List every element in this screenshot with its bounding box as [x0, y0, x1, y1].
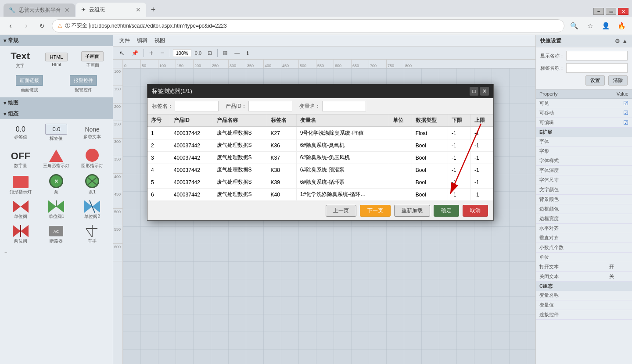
unit-valve1-component[interactable]: 单位阀1: [40, 199, 74, 221]
none-icon: None: [85, 126, 99, 133]
rect-component[interactable]: 矩形指示灯: [4, 174, 38, 197]
window-close[interactable]: ✕: [618, 8, 628, 15]
lock-icon: ⚠: [57, 23, 62, 29]
tab-active[interactable]: ✈ 云组态 ✕: [76, 3, 146, 17]
add-tool[interactable]: +: [147, 48, 156, 58]
next-page-btn[interactable]: 下一页: [360, 205, 391, 217]
col-variable-name: 变量名: [296, 114, 389, 127]
pump1-icon: [85, 174, 99, 188]
subface-btn[interactable]: 子画面: [81, 51, 104, 61]
table-row[interactable]: 6 400037442 废气处理数据S K40 1#化学洗涤除臭系统-循环… B…: [147, 189, 493, 201]
url-bar[interactable]: ⚠ ① 不安全 | iot.idosp.net/html/scada/edito…: [52, 19, 564, 32]
table-row[interactable]: 2 400037442 废气处理数据S K36 6#除臭系统-臭氧机 Bool …: [147, 139, 493, 152]
filter-variable-input[interactable]: [322, 101, 366, 111]
circle-component[interactable]: 圆形指示灯: [75, 147, 109, 171]
table-row[interactable]: 5 400037442 废气处理数据S K39 6#除臭系统-循环泵 Bool …: [147, 176, 493, 189]
tab2-close[interactable]: ✕: [136, 6, 141, 13]
text-component[interactable]: Text 文字: [4, 49, 37, 71]
face-link-btn[interactable]: 画面链接: [16, 75, 43, 86]
confirm-btn[interactable]: 确定: [434, 205, 459, 217]
section-normal-label: 常规: [8, 37, 18, 44]
modal-minimize-btn[interactable]: □: [470, 87, 478, 96]
label-val-box-component[interactable]: 0.0 标签值: [40, 122, 74, 143]
reload-btn[interactable]: 重新加载: [394, 205, 430, 217]
alarm-ctrl-component[interactable]: 报警控件 报警控件: [58, 73, 110, 95]
pin-tool[interactable]: 📌: [129, 49, 141, 57]
panel-settings-icon[interactable]: ⚙: [615, 38, 620, 44]
clear-button[interactable]: 清除: [608, 75, 628, 86]
filter-product-input[interactable]: [248, 101, 292, 111]
tab-inactive[interactable]: 🔧 思普云大数据平台 ✕: [4, 4, 75, 17]
extension-icon[interactable]: 🔥: [615, 20, 628, 32]
prop-row-visible: 可见 ☑: [536, 99, 632, 108]
two-valve-component[interactable]: 两位阀: [4, 223, 38, 246]
tab1-close[interactable]: ✕: [65, 7, 70, 14]
filter-tag-input[interactable]: [175, 101, 219, 111]
prev-page-btn[interactable]: 上一页: [326, 205, 356, 217]
pump1-component[interactable]: 泵1: [75, 172, 109, 197]
alarm-ctrl-btn[interactable]: 报警控件: [70, 75, 97, 86]
nav-back[interactable]: ‹: [4, 20, 17, 32]
col-upper: 上限: [471, 114, 493, 127]
prop-row-font: 字体: [536, 137, 632, 146]
info-tool[interactable]: ℹ: [244, 49, 251, 57]
unit-valve-component[interactable]: 单位阀: [4, 199, 38, 221]
filter-variable-label: 变量名：: [299, 103, 320, 110]
table-row[interactable]: 4 400037442 废气处理数据S K38 6#除臭系统-预混泵 Bool …: [147, 164, 493, 176]
new-tab-button[interactable]: +: [147, 4, 159, 16]
cursor-tool[interactable]: ↖: [117, 49, 127, 57]
html-btn[interactable]: HTML: [45, 53, 68, 61]
modal-close-btn[interactable]: ✕: [480, 87, 489, 96]
window-restore[interactable]: ▭: [606, 8, 616, 15]
window-minimize[interactable]: −: [593, 8, 604, 15]
pump-component[interactable]: × 泵: [40, 172, 74, 197]
triangle-component[interactable]: 三角形指示灯: [40, 148, 74, 171]
prop-row-fontshape: 字形: [536, 146, 632, 156]
section-component-header[interactable]: ▾ 组态: [0, 108, 113, 119]
section-cstate[interactable]: C组态: [536, 282, 632, 291]
grid-tool[interactable]: ▦: [220, 49, 230, 57]
tag-name-input[interactable]: [566, 63, 628, 73]
off-component[interactable]: OFF 数字量: [4, 149, 38, 171]
search-icon[interactable]: 🔍: [568, 20, 580, 32]
canvas[interactable]: 标签浏览器(1/1) □ ✕ 标签名：: [123, 68, 535, 364]
html-component[interactable]: HTML Html: [40, 51, 73, 69]
svg-marker-3: [56, 200, 64, 213]
label-val-box-icon: 0.0: [45, 124, 67, 135]
unit-valve2-component[interactable]: 单位阀2: [75, 199, 109, 221]
table-row[interactable]: 1 400037442 废气处理数据S K27 9号化学洗涤除臭系统-Ph值 F…: [147, 127, 493, 139]
panel-expand-icon[interactable]: ▲: [622, 38, 628, 44]
remove-tool[interactable]: −: [158, 48, 167, 58]
section-drawing-header[interactable]: ▾ 绘图: [0, 97, 113, 108]
svg-marker-6: [92, 200, 100, 213]
display-name-input[interactable]: [566, 51, 628, 61]
pump1-label: 泵1: [89, 189, 96, 195]
bookmark-icon[interactable]: ☆: [584, 20, 596, 32]
menu-edit[interactable]: 编辑: [134, 36, 150, 45]
subface-component[interactable]: 子画面 子画面: [76, 50, 109, 70]
label-val-component[interactable]: 0.0 标签值: [4, 124, 38, 142]
account-icon[interactable]: 👤: [600, 20, 612, 32]
prop-row-opentext: 打开文本开: [536, 262, 632, 272]
section-normal-header[interactable]: ▾ 常规: [0, 35, 113, 46]
line-tool[interactable]: —: [232, 49, 242, 57]
menu-file[interactable]: 文件: [117, 36, 133, 45]
cancel-btn[interactable]: 取消: [463, 205, 488, 217]
fit-tool[interactable]: ⊡: [205, 49, 215, 57]
menu-view[interactable]: 视图: [152, 36, 168, 45]
crane-component[interactable]: 车手: [75, 223, 109, 246]
nav-refresh[interactable]: ↻: [36, 20, 48, 32]
prop-row-decimal: 小数点个数: [536, 243, 632, 253]
section-expand[interactable]: E扩展: [536, 128, 632, 137]
prop-value-movable[interactable]: ☑: [597, 108, 632, 118]
face-link-component[interactable]: 画面链接 画面链接: [4, 73, 55, 95]
set-button[interactable]: 设置: [585, 75, 605, 86]
pump-icon: ×: [49, 174, 63, 188]
prop-value-editable[interactable]: ☑: [597, 118, 632, 128]
prop-value-visible[interactable]: ☑: [597, 99, 632, 108]
none-component[interactable]: None 多态文本: [75, 124, 109, 142]
label-val-box-label: 标签值: [50, 136, 63, 142]
breaker-component[interactable]: AC 断路器: [40, 223, 74, 246]
table-row[interactable]: 3 400037442 废气处理数据S K37 6#除臭系统-负压风机 Bool…: [147, 152, 493, 164]
nav-forward[interactable]: ›: [20, 20, 32, 32]
